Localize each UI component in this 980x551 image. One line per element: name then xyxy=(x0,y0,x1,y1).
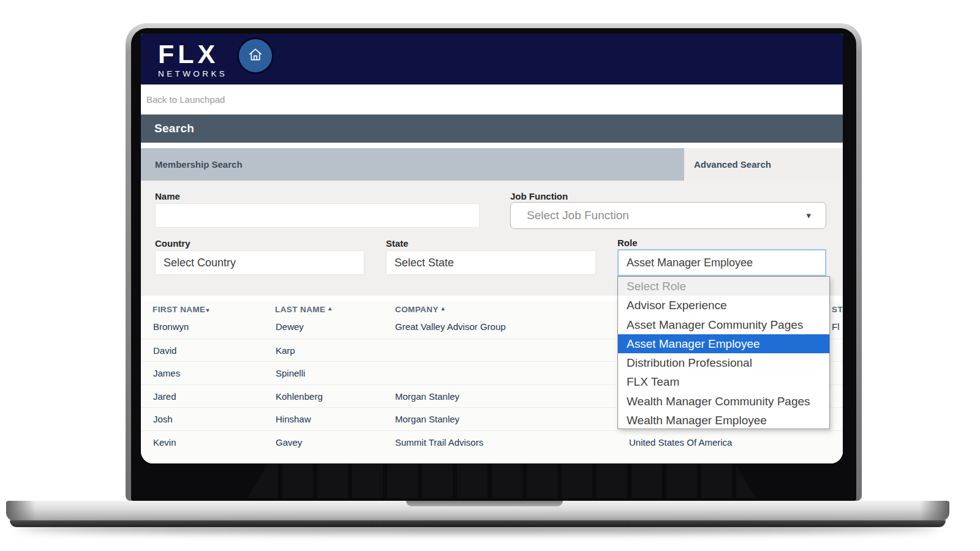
cell-first-name: David xyxy=(153,339,176,362)
chevron-down-icon: ▾ xyxy=(806,203,811,228)
cell-last-name: Gavey xyxy=(276,431,302,454)
flx-logo: FLX NETWORKS xyxy=(158,40,227,78)
column-header-label: COMPANY xyxy=(395,305,439,314)
cell-last-name: Dewey xyxy=(276,315,304,339)
search-tabs: Membership Search Advanced Search xyxy=(141,148,843,181)
page-title: Search xyxy=(154,114,194,143)
cell-country: United States Of America xyxy=(629,431,732,454)
table-row[interactable]: Kevin Gavey Summit Trail Advisors United… xyxy=(141,430,843,454)
home-button[interactable] xyxy=(239,39,272,72)
laptop-keyboard xyxy=(247,464,756,498)
laptop-lid: FLX NETWORKS Back to Launchpad xyxy=(126,23,862,501)
role-dropdown-list: Select Role Advisor Experience Asset Man… xyxy=(617,276,830,429)
cell-first-name: Josh xyxy=(153,408,173,431)
role-option[interactable]: Wealth Manager Community Pages xyxy=(618,392,829,411)
search-title-bar: Search xyxy=(141,114,843,143)
cell-company: Summit Trail Advisors xyxy=(395,431,483,454)
cell-first-name: James xyxy=(153,362,180,385)
name-label: Name xyxy=(155,191,180,201)
logo-text-networks: NETWORKS xyxy=(158,69,227,78)
state-select[interactable]: Select State xyxy=(386,250,596,275)
role-input[interactable]: Asset Manager Employee xyxy=(617,249,826,276)
role-option[interactable]: Distribution Professional xyxy=(618,353,829,372)
logo-text-flx: FLX xyxy=(158,40,227,68)
cell-first-name: Jared xyxy=(153,385,176,408)
sort-desc-icon: ▾ xyxy=(206,307,209,313)
cell-first-name: Bronwyn xyxy=(153,315,189,339)
cell-company: Great Valley Advisor Group xyxy=(395,315,506,339)
cell-last-name: Hinshaw xyxy=(276,408,311,431)
role-option[interactable]: Advisor Experience xyxy=(618,296,829,315)
cell-company: Morgan Stanley xyxy=(395,385,459,408)
column-header-label: FIRST NAME xyxy=(153,305,206,314)
cell-last-name: Spinelli xyxy=(276,362,305,385)
cell-state: Fl xyxy=(832,315,840,339)
column-header-first-name[interactable]: FIRST NAME▾ xyxy=(153,305,209,314)
home-icon xyxy=(247,47,263,65)
cell-last-name: Kohlenberg xyxy=(276,385,323,408)
job-function-placeholder: Select Job Function xyxy=(527,203,629,228)
column-header-state[interactable]: STATE xyxy=(832,305,843,314)
state-label: State xyxy=(386,238,409,249)
role-option-selected[interactable]: Asset Manager Employee xyxy=(618,334,829,353)
role-option[interactable]: FLX Team xyxy=(618,372,829,391)
laptop-screen: FLX NETWORKS Back to Launchpad xyxy=(141,34,843,463)
country-label: Country xyxy=(155,238,190,249)
column-header-last-name[interactable]: LAST NAME▴ xyxy=(275,305,332,314)
role-option[interactable]: Asset Manager Community Pages xyxy=(618,315,829,334)
laptop-bezel: FLX NETWORKS Back to Launchpad xyxy=(131,28,856,501)
breadcrumb-bar: Back to Launchpad xyxy=(141,84,843,114)
sort-asc-icon: ▴ xyxy=(442,305,445,312)
role-option[interactable]: Wealth Manager Employee xyxy=(618,411,829,430)
sort-asc-icon: ▴ xyxy=(328,305,331,312)
column-header-label: STATE xyxy=(832,305,843,314)
country-select[interactable]: Select Country xyxy=(155,250,364,275)
job-function-label: Job Function xyxy=(510,191,568,201)
column-header-company[interactable]: COMPANY▴ xyxy=(395,305,445,314)
role-option[interactable]: Select Role xyxy=(618,277,829,296)
laptop-base xyxy=(6,501,949,521)
laptop-base-notch xyxy=(406,501,563,506)
laptop-shadow xyxy=(17,524,938,533)
app-header: FLX NETWORKS xyxy=(141,34,843,84)
tab-membership-search[interactable]: Membership Search xyxy=(141,148,684,181)
cell-last-name: Karp xyxy=(276,339,295,362)
tab-advanced-search[interactable]: Advanced Search xyxy=(684,148,843,181)
back-to-launchpad-link[interactable]: Back to Launchpad xyxy=(146,84,225,114)
cell-first-name: Kevin xyxy=(153,431,176,454)
role-label: Role xyxy=(617,238,638,248)
job-function-select[interactable]: Select Job Function ▾ xyxy=(510,202,826,229)
column-header-label: LAST NAME xyxy=(275,305,325,314)
cell-company: Morgan Stanley xyxy=(395,408,459,431)
name-input[interactable] xyxy=(155,203,480,228)
